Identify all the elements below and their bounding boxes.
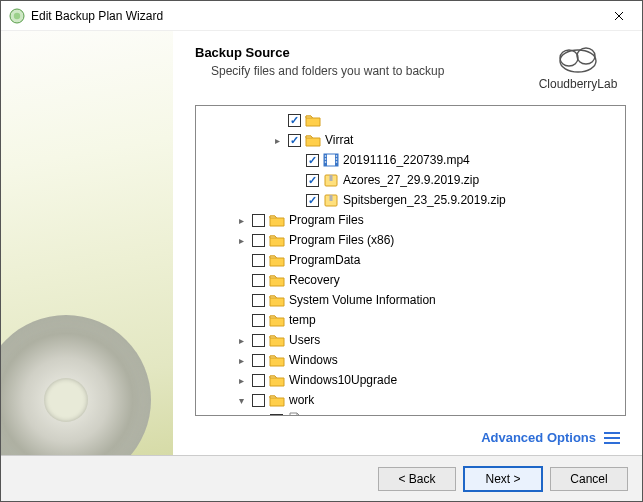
zip-icon: [323, 192, 339, 208]
folder-icon: [305, 112, 321, 128]
tree-item-label: System Volume Information: [289, 293, 436, 307]
advanced-options-bar: Advanced Options: [173, 424, 642, 455]
svg-point-3: [560, 50, 578, 66]
cd-artwork: [1, 315, 151, 455]
tree-item-label: ProgramData: [289, 253, 360, 267]
tree-checkbox[interactable]: [306, 194, 319, 207]
tree-row[interactable]: ▸Program Files (x86): [196, 230, 625, 250]
folder-icon: [269, 212, 285, 228]
tree-checkbox[interactable]: [252, 394, 265, 407]
brand-logo: CloudberryLab: [532, 45, 624, 91]
tree-item-label: Virrat: [325, 133, 353, 147]
tree-item-label: Program Files: [289, 213, 364, 227]
wizard-header: Backup Source Specify files and folders …: [173, 31, 642, 99]
folder-icon: [269, 372, 285, 388]
back-button[interactable]: < Back: [378, 467, 456, 491]
menu-icon[interactable]: [604, 432, 620, 444]
file-tree-panel: ▸Virrat20191116_220739.mp4Azores_27_29.9…: [195, 105, 626, 416]
tree-row[interactable]: ▸Virrat: [196, 130, 625, 150]
tree-checkbox[interactable]: [306, 174, 319, 187]
expand-spacer: [234, 253, 248, 267]
expand-spacer: [288, 193, 302, 207]
expand-spacer: [234, 293, 248, 307]
tree-item-label: Windows10Upgrade: [289, 373, 397, 387]
advanced-options-link[interactable]: Advanced Options: [481, 430, 596, 445]
tree-item-label: Users: [289, 333, 320, 347]
folder-icon: [269, 312, 285, 328]
svg-rect-17: [330, 195, 333, 201]
svg-point-12: [336, 158, 338, 160]
tree-row[interactable]: [196, 110, 625, 130]
zip-icon: [323, 172, 339, 188]
expand-spacer: [234, 273, 248, 287]
tree-row[interactable]: Recovery: [196, 270, 625, 290]
titlebar: Edit Backup Plan Wizard: [1, 1, 642, 31]
tree-row[interactable]: 20191116_220739.mp4: [196, 150, 625, 170]
expand-toggle[interactable]: ▸: [234, 213, 248, 227]
tree-checkbox[interactable]: [288, 114, 301, 127]
expand-toggle[interactable]: ▸: [234, 333, 248, 347]
video-icon: [323, 152, 339, 168]
svg-point-8: [325, 155, 327, 157]
page-subtitle: Specify files and folders you want to ba…: [211, 64, 532, 78]
folder-icon: [269, 332, 285, 348]
svg-rect-15: [330, 175, 333, 181]
wizard-content: Backup Source Specify files and folders …: [173, 31, 642, 455]
tree-checkbox[interactable]: [252, 374, 265, 387]
tree-row[interactable]: ▸Windows: [196, 350, 625, 370]
tree-checkbox[interactable]: [252, 294, 265, 307]
tree-row[interactable]: Azores_27_29.9.2019.zip: [196, 170, 625, 190]
tree-item-label: work: [289, 393, 314, 407]
tree-row[interactable]: Spitsbergen_23_25.9.2019.zip: [196, 190, 625, 210]
expand-toggle[interactable]: ▸: [234, 233, 248, 247]
folder-icon: [269, 252, 285, 268]
expand-toggle[interactable]: ▸: [234, 353, 248, 367]
tree-row[interactable]: ▸Program Files: [196, 210, 625, 230]
brand-name: CloudberryLab: [539, 77, 618, 91]
tree-checkbox[interactable]: [252, 314, 265, 327]
tree-checkbox[interactable]: [252, 234, 265, 247]
tree-row[interactable]: hiberfil.sys: [196, 410, 625, 415]
expand-toggle[interactable]: ▸: [270, 133, 284, 147]
tree-checkbox[interactable]: [306, 154, 319, 167]
svg-point-11: [336, 155, 338, 157]
expand-spacer: [288, 173, 302, 187]
folder-icon: [269, 272, 285, 288]
tree-item-label: Recovery: [289, 273, 340, 287]
file-tree[interactable]: ▸Virrat20191116_220739.mp4Azores_27_29.9…: [196, 106, 625, 415]
tree-row[interactable]: ▸Windows10Upgrade: [196, 370, 625, 390]
folder-icon: [305, 132, 321, 148]
folder-icon: [269, 392, 285, 408]
tree-item-label: Windows: [289, 353, 338, 367]
close-button[interactable]: [596, 1, 642, 31]
app-icon: [9, 8, 25, 24]
folder-icon: [269, 232, 285, 248]
tree-item-label: Program Files (x86): [289, 233, 394, 247]
expand-toggle[interactable]: ▸: [234, 373, 248, 387]
expand-spacer: [288, 153, 302, 167]
tree-checkbox[interactable]: [252, 354, 265, 367]
tree-row[interactable]: ProgramData: [196, 250, 625, 270]
folder-icon: [269, 292, 285, 308]
tree-checkbox[interactable]: [252, 254, 265, 267]
tree-row[interactable]: ▾work: [196, 390, 625, 410]
tree-item-label: temp: [289, 313, 316, 327]
window-title: Edit Backup Plan Wizard: [31, 9, 596, 23]
expand-toggle[interactable]: ▾: [234, 393, 248, 407]
svg-point-13: [336, 161, 338, 163]
tree-checkbox[interactable]: [270, 414, 283, 416]
next-button[interactable]: Next >: [464, 467, 542, 491]
tree-checkbox[interactable]: [252, 274, 265, 287]
tree-row[interactable]: temp: [196, 310, 625, 330]
svg-point-1: [14, 12, 20, 18]
tree-checkbox[interactable]: [252, 334, 265, 347]
expand-spacer: [234, 313, 248, 327]
folder-icon: [269, 352, 285, 368]
tree-checkbox[interactable]: [288, 134, 301, 147]
file-icon: [287, 412, 303, 415]
tree-row[interactable]: ▸Users: [196, 330, 625, 350]
tree-checkbox[interactable]: [252, 214, 265, 227]
tree-row[interactable]: System Volume Information: [196, 290, 625, 310]
page-title: Backup Source: [195, 45, 532, 60]
cancel-button[interactable]: Cancel: [550, 467, 628, 491]
